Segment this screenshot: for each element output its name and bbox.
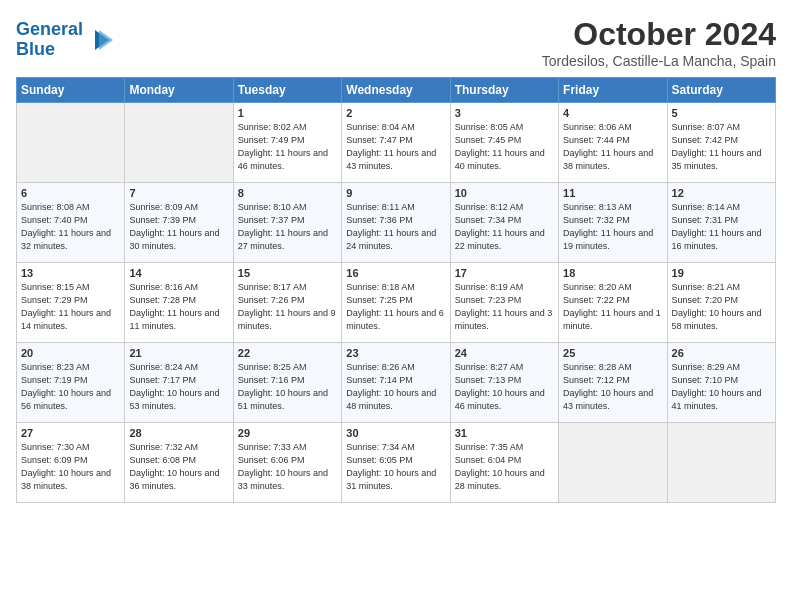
day-info: Sunrise: 7:32 AMSunset: 6:08 PMDaylight:…	[129, 441, 228, 493]
calendar-week-row: 1Sunrise: 8:02 AMSunset: 7:49 PMDaylight…	[17, 103, 776, 183]
location-title: Tordesilos, Castille-La Mancha, Spain	[542, 53, 776, 69]
weekday-header: Saturday	[667, 78, 775, 103]
day-number: 9	[346, 187, 445, 199]
day-info: Sunrise: 8:15 AMSunset: 7:29 PMDaylight:…	[21, 281, 120, 333]
calendar-cell: 6Sunrise: 8:08 AMSunset: 7:40 PMDaylight…	[17, 183, 125, 263]
day-number: 31	[455, 427, 554, 439]
weekday-header: Thursday	[450, 78, 558, 103]
calendar-cell: 19Sunrise: 8:21 AMSunset: 7:20 PMDayligh…	[667, 263, 775, 343]
day-number: 7	[129, 187, 228, 199]
day-info: Sunrise: 8:04 AMSunset: 7:47 PMDaylight:…	[346, 121, 445, 173]
day-number: 14	[129, 267, 228, 279]
day-info: Sunrise: 8:24 AMSunset: 7:17 PMDaylight:…	[129, 361, 228, 413]
calendar-cell: 16Sunrise: 8:18 AMSunset: 7:25 PMDayligh…	[342, 263, 450, 343]
day-info: Sunrise: 8:13 AMSunset: 7:32 PMDaylight:…	[563, 201, 662, 253]
day-info: Sunrise: 7:30 AMSunset: 6:09 PMDaylight:…	[21, 441, 120, 493]
day-info: Sunrise: 8:05 AMSunset: 7:45 PMDaylight:…	[455, 121, 554, 173]
day-number: 16	[346, 267, 445, 279]
day-number: 12	[672, 187, 771, 199]
day-info: Sunrise: 8:08 AMSunset: 7:40 PMDaylight:…	[21, 201, 120, 253]
day-number: 3	[455, 107, 554, 119]
calendar-cell: 1Sunrise: 8:02 AMSunset: 7:49 PMDaylight…	[233, 103, 341, 183]
day-number: 18	[563, 267, 662, 279]
calendar-cell: 12Sunrise: 8:14 AMSunset: 7:31 PMDayligh…	[667, 183, 775, 263]
day-number: 4	[563, 107, 662, 119]
day-info: Sunrise: 8:27 AMSunset: 7:13 PMDaylight:…	[455, 361, 554, 413]
calendar-table: SundayMondayTuesdayWednesdayThursdayFrid…	[16, 77, 776, 503]
day-number: 8	[238, 187, 337, 199]
logo: General Blue	[16, 20, 113, 60]
day-info: Sunrise: 8:14 AMSunset: 7:31 PMDaylight:…	[672, 201, 771, 253]
day-number: 26	[672, 347, 771, 359]
calendar-cell: 28Sunrise: 7:32 AMSunset: 6:08 PMDayligh…	[125, 423, 233, 503]
day-info: Sunrise: 8:11 AMSunset: 7:36 PMDaylight:…	[346, 201, 445, 253]
calendar-cell	[667, 423, 775, 503]
day-info: Sunrise: 8:10 AMSunset: 7:37 PMDaylight:…	[238, 201, 337, 253]
calendar-cell: 7Sunrise: 8:09 AMSunset: 7:39 PMDaylight…	[125, 183, 233, 263]
day-info: Sunrise: 8:12 AMSunset: 7:34 PMDaylight:…	[455, 201, 554, 253]
calendar-cell: 25Sunrise: 8:28 AMSunset: 7:12 PMDayligh…	[559, 343, 667, 423]
day-info: Sunrise: 7:35 AMSunset: 6:04 PMDaylight:…	[455, 441, 554, 493]
day-info: Sunrise: 8:21 AMSunset: 7:20 PMDaylight:…	[672, 281, 771, 333]
day-info: Sunrise: 8:17 AMSunset: 7:26 PMDaylight:…	[238, 281, 337, 333]
day-info: Sunrise: 8:19 AMSunset: 7:23 PMDaylight:…	[455, 281, 554, 333]
calendar-header: SundayMondayTuesdayWednesdayThursdayFrid…	[17, 78, 776, 103]
day-info: Sunrise: 7:34 AMSunset: 6:05 PMDaylight:…	[346, 441, 445, 493]
calendar-cell: 18Sunrise: 8:20 AMSunset: 7:22 PMDayligh…	[559, 263, 667, 343]
logo-icon	[85, 26, 113, 54]
calendar-week-row: 20Sunrise: 8:23 AMSunset: 7:19 PMDayligh…	[17, 343, 776, 423]
day-info: Sunrise: 8:16 AMSunset: 7:28 PMDaylight:…	[129, 281, 228, 333]
calendar-cell: 14Sunrise: 8:16 AMSunset: 7:28 PMDayligh…	[125, 263, 233, 343]
day-info: Sunrise: 8:25 AMSunset: 7:16 PMDaylight:…	[238, 361, 337, 413]
calendar-cell: 3Sunrise: 8:05 AMSunset: 7:45 PMDaylight…	[450, 103, 558, 183]
calendar-cell: 20Sunrise: 8:23 AMSunset: 7:19 PMDayligh…	[17, 343, 125, 423]
day-number: 29	[238, 427, 337, 439]
calendar-cell	[559, 423, 667, 503]
calendar-cell: 13Sunrise: 8:15 AMSunset: 7:29 PMDayligh…	[17, 263, 125, 343]
calendar-cell: 5Sunrise: 8:07 AMSunset: 7:42 PMDaylight…	[667, 103, 775, 183]
day-number: 5	[672, 107, 771, 119]
day-number: 28	[129, 427, 228, 439]
day-info: Sunrise: 8:06 AMSunset: 7:44 PMDaylight:…	[563, 121, 662, 173]
weekday-header: Wednesday	[342, 78, 450, 103]
calendar-week-row: 6Sunrise: 8:08 AMSunset: 7:40 PMDaylight…	[17, 183, 776, 263]
calendar-cell: 11Sunrise: 8:13 AMSunset: 7:32 PMDayligh…	[559, 183, 667, 263]
day-number: 10	[455, 187, 554, 199]
logo-text: General Blue	[16, 20, 83, 60]
calendar-cell: 8Sunrise: 8:10 AMSunset: 7:37 PMDaylight…	[233, 183, 341, 263]
day-info: Sunrise: 8:26 AMSunset: 7:14 PMDaylight:…	[346, 361, 445, 413]
calendar-cell	[125, 103, 233, 183]
day-number: 20	[21, 347, 120, 359]
page-header: General Blue October 2024 Tordesilos, Ca…	[16, 16, 776, 69]
day-number: 2	[346, 107, 445, 119]
weekday-header: Sunday	[17, 78, 125, 103]
day-number: 15	[238, 267, 337, 279]
calendar-cell: 2Sunrise: 8:04 AMSunset: 7:47 PMDaylight…	[342, 103, 450, 183]
day-number: 11	[563, 187, 662, 199]
day-info: Sunrise: 7:33 AMSunset: 6:06 PMDaylight:…	[238, 441, 337, 493]
day-number: 17	[455, 267, 554, 279]
calendar-week-row: 13Sunrise: 8:15 AMSunset: 7:29 PMDayligh…	[17, 263, 776, 343]
calendar-cell: 4Sunrise: 8:06 AMSunset: 7:44 PMDaylight…	[559, 103, 667, 183]
header-row: SundayMondayTuesdayWednesdayThursdayFrid…	[17, 78, 776, 103]
calendar-cell: 17Sunrise: 8:19 AMSunset: 7:23 PMDayligh…	[450, 263, 558, 343]
calendar-cell: 24Sunrise: 8:27 AMSunset: 7:13 PMDayligh…	[450, 343, 558, 423]
calendar-cell: 9Sunrise: 8:11 AMSunset: 7:36 PMDaylight…	[342, 183, 450, 263]
day-number: 19	[672, 267, 771, 279]
day-number: 21	[129, 347, 228, 359]
calendar-cell: 31Sunrise: 7:35 AMSunset: 6:04 PMDayligh…	[450, 423, 558, 503]
day-info: Sunrise: 8:07 AMSunset: 7:42 PMDaylight:…	[672, 121, 771, 173]
weekday-header: Friday	[559, 78, 667, 103]
calendar-cell: 15Sunrise: 8:17 AMSunset: 7:26 PMDayligh…	[233, 263, 341, 343]
day-number: 6	[21, 187, 120, 199]
calendar-cell: 22Sunrise: 8:25 AMSunset: 7:16 PMDayligh…	[233, 343, 341, 423]
day-number: 25	[563, 347, 662, 359]
calendar-body: 1Sunrise: 8:02 AMSunset: 7:49 PMDaylight…	[17, 103, 776, 503]
calendar-cell: 23Sunrise: 8:26 AMSunset: 7:14 PMDayligh…	[342, 343, 450, 423]
calendar-cell	[17, 103, 125, 183]
day-info: Sunrise: 8:29 AMSunset: 7:10 PMDaylight:…	[672, 361, 771, 413]
calendar-cell: 29Sunrise: 7:33 AMSunset: 6:06 PMDayligh…	[233, 423, 341, 503]
day-info: Sunrise: 8:28 AMSunset: 7:12 PMDaylight:…	[563, 361, 662, 413]
weekday-header: Monday	[125, 78, 233, 103]
calendar-cell: 27Sunrise: 7:30 AMSunset: 6:09 PMDayligh…	[17, 423, 125, 503]
